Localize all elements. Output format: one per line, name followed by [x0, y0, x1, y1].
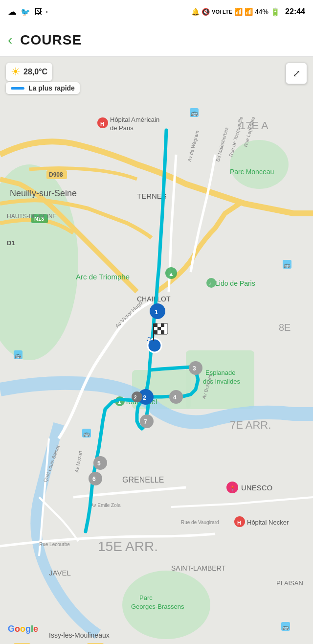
svg-text:D908: D908: [49, 171, 63, 178]
svg-text:Lido de Paris: Lido de Paris: [215, 279, 255, 287]
battery-alert-icon: 🔔: [191, 8, 200, 16]
weather-badge: ☀ 28,0°C: [6, 63, 52, 81]
svg-rect-92: [154, 323, 157, 327]
svg-point-78: [132, 391, 142, 402]
temperature: 28,0°C: [23, 68, 47, 76]
svg-rect-99: [157, 330, 161, 334]
status-right-icons: 🔔 🔇 VOl LTE 📶 📶 44% 🔋 22:44: [191, 7, 305, 17]
svg-text:Neuilly-sur-Seine: Neuilly-sur-Seine: [10, 188, 77, 198]
image-icon: 🖼: [34, 7, 42, 16]
svg-text:🚌: 🚌: [83, 430, 90, 437]
svg-text:♪: ♪: [209, 280, 212, 286]
svg-text:HAUTS-DE-SEINE: HAUTS-DE-SEINE: [7, 213, 56, 220]
svg-text:Av Emile Zola: Av Emile Zola: [90, 503, 121, 508]
expand-map-button[interactable]: ⤢: [286, 63, 307, 84]
svg-rect-95: [154, 327, 157, 330]
svg-text:D1: D1: [7, 239, 15, 247]
svg-text:📍: 📍: [229, 485, 236, 492]
status-left-icons: ☁ 🐦 🖼 •: [8, 6, 48, 17]
svg-text:8E: 8E: [279, 322, 291, 333]
svg-text:Parc: Parc: [139, 594, 153, 601]
svg-text:SAINT-LAMBERT: SAINT-LAMBERT: [171, 564, 225, 572]
svg-text:🚌: 🚌: [191, 109, 198, 116]
dot-icon: •: [46, 9, 48, 15]
svg-text:CHAILLOT: CHAILLOT: [137, 295, 171, 303]
route-type-badge: La plus rapide: [6, 82, 80, 94]
back-button[interactable]: ‹: [8, 32, 12, 48]
volume-off-icon: 🔇: [201, 8, 210, 16]
svg-rect-96: [157, 327, 161, 330]
svg-point-2: [230, 140, 289, 189]
status-time: 22:44: [285, 7, 305, 16]
svg-text:Arc de Triomphe: Arc de Triomphe: [76, 273, 130, 281]
map-container[interactable]: D1 D908 N13 N13 D908 17E A 8E 7E ARR. 15…: [0, 57, 313, 644]
svg-text:de Paris: de Paris: [110, 124, 134, 132]
svg-text:4: 4: [173, 394, 177, 401]
battery-icon: 🔋: [270, 7, 280, 17]
svg-rect-100: [161, 330, 164, 334]
map-svg: D1 D908 N13 N13 D908 17E A 8E 7E ARR. 15…: [0, 57, 313, 644]
header: ‹ COURSE: [0, 23, 313, 57]
svg-text:Parc Monceau: Parc Monceau: [230, 168, 274, 176]
svg-text:3: 3: [193, 365, 196, 372]
svg-text:JAVEL: JAVEL: [49, 569, 71, 577]
svg-text:Hôpital Necker: Hôpital Necker: [247, 519, 289, 526]
svg-text:🚌: 🚌: [15, 352, 22, 359]
svg-text:Hôpital Américain: Hôpital Américain: [110, 116, 159, 123]
lte-icon: VOl LTE: [212, 9, 232, 15]
svg-text:2: 2: [134, 395, 137, 400]
svg-text:Rue de Vaugirard: Rue de Vaugirard: [181, 520, 219, 525]
svg-text:♫: ♫: [146, 335, 152, 343]
svg-text:PLAISAN: PLAISAN: [276, 579, 303, 587]
cloud-icon: ☁: [8, 6, 17, 17]
bottom-place-label: Issy-les-Moulineaux: [49, 631, 110, 639]
status-bar: ☁ 🐦 🖼 • 🔔 🔇 VOl LTE 📶 📶 44% 🔋 22:44: [0, 0, 313, 23]
battery-percentage: 44%: [255, 8, 268, 16]
svg-text:H: H: [100, 121, 104, 127]
svg-rect-93: [157, 323, 161, 327]
svg-text:H: H: [237, 520, 241, 526]
svg-text:7E ARR.: 7E ARR.: [230, 419, 271, 431]
page-title: COURSE: [20, 32, 82, 48]
svg-text:UNESCO: UNESCO: [241, 483, 272, 492]
svg-rect-94: [161, 323, 164, 327]
svg-text:🚌: 🚌: [284, 261, 291, 268]
twitter-icon: 🐦: [21, 7, 30, 17]
expand-icon: ⤢: [292, 68, 301, 79]
wifi-icon: 📶: [234, 8, 243, 16]
svg-text:Rue Lecourbe: Rue Lecourbe: [39, 542, 70, 547]
svg-text:GRENELLE: GRENELLE: [122, 476, 164, 484]
svg-text:🚌: 🚌: [282, 623, 289, 630]
google-logo: Google: [8, 624, 38, 634]
route-type-label: La plus rapide: [28, 84, 75, 92]
svg-text:2: 2: [143, 394, 146, 401]
route-line-indicator: [11, 87, 24, 90]
svg-rect-97: [161, 327, 164, 330]
svg-text:1: 1: [155, 308, 158, 316]
signal-icon: 📶: [245, 8, 253, 16]
svg-rect-98: [154, 330, 157, 334]
svg-text:▲: ▲: [168, 271, 174, 277]
svg-text:5: 5: [97, 460, 101, 467]
svg-text:15E ARR.: 15E ARR.: [98, 539, 158, 554]
svg-text:7: 7: [144, 418, 147, 425]
svg-text:Georges-Brassens: Georges-Brassens: [131, 603, 184, 610]
svg-text:6: 6: [92, 476, 96, 483]
sun-icon: ☀: [11, 66, 21, 78]
